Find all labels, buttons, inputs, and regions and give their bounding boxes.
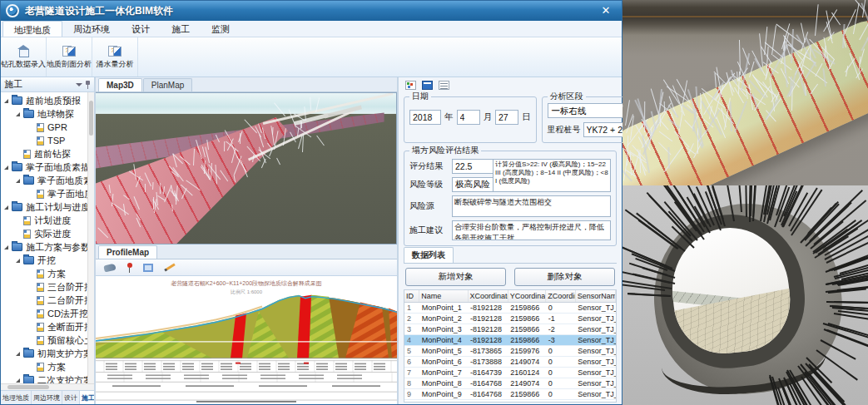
table-row[interactable]: 9 MonPoint_9 -8164768 2159866 0 Sensor_T… — [404, 389, 616, 400]
tree-item[interactable]: GPR — [1, 121, 94, 134]
expander-icon[interactable] — [16, 179, 20, 183]
tree-item[interactable]: TSP — [1, 134, 94, 147]
tree-item[interactable]: 超前钻探 — [1, 147, 94, 161]
tree-item[interactable]: 地球物探 — [1, 107, 94, 121]
menu-bar: 地理地质周边环境设计施工监测 — [1, 21, 622, 37]
rock-bolts-overlay — [622, 185, 868, 405]
tree-vertical-scrollbar[interactable] — [87, 92, 94, 383]
list-icon[interactable] — [439, 81, 449, 90]
main-area: 施工 超前地质预报 地球物探 — [1, 77, 622, 404]
tree-node-icon — [23, 349, 34, 358]
add-object-button[interactable]: 新增对象 — [405, 268, 506, 286]
cell-z: -2 — [546, 324, 575, 335]
column-header[interactable]: SensorName — [575, 290, 615, 303]
menu-item[interactable]: 监测 — [201, 21, 241, 37]
column-header[interactable]: ID — [404, 290, 419, 303]
tree-item[interactable]: 实际进度 — [1, 227, 94, 240]
advice-textarea[interactable]: 合理安排台阶数量，严格控制开挖进尺，降低各部开挖施工干扰 — [452, 220, 611, 240]
map-tab[interactable]: PlanMap — [143, 78, 192, 91]
cell-name: MonPoint_2 — [419, 314, 468, 324]
close-button[interactable]: ✕ — [595, 2, 617, 20]
tree-item-label: 初期支护方案与参 — [37, 348, 94, 360]
tree-item[interactable]: 施工方案与参数 — [1, 240, 94, 254]
bottom-tab[interactable]: 周边环境 — [32, 391, 62, 404]
rock-bolts-overlay — [96, 93, 396, 244]
bottom-tab[interactable]: 地理地质 — [1, 391, 32, 404]
tree-item[interactable]: 掌子面地质素描 — [1, 187, 94, 200]
pencil-icon[interactable] — [164, 264, 175, 272]
title-bar: 老营隧道设计施工一体化BIM软件 ✕ — [1, 1, 622, 21]
toolbar-button[interactable]: 地质剖面分析 — [47, 37, 92, 77]
table-row[interactable]: 3 MonPoint_3 -8192128 2159866 -2 Sensor_… — [404, 324, 616, 335]
menu-item[interactable]: 地理地质 — [2, 21, 62, 37]
delete-object-button[interactable]: 删除对象 — [514, 268, 615, 286]
cell-x: -8173888 — [468, 357, 508, 368]
brush-icon[interactable] — [103, 263, 116, 272]
table-row[interactable]: 8 MonPoint_8 -8164768 2149074 0 Sensor_T… — [404, 378, 616, 389]
expander-icon[interactable] — [4, 245, 8, 249]
expander-icon[interactable] — [4, 205, 8, 210]
auto-hide-pin-icon[interactable] — [85, 81, 91, 89]
tree-item[interactable]: 掌子面地质素描 — [1, 161, 94, 174]
table-row[interactable]: 5 MonPoint_5 -8173865 2159976 0 Sensor_T… — [404, 346, 616, 357]
expander-icon[interactable] — [16, 352, 20, 356]
column-header[interactable]: Name — [419, 290, 468, 303]
table-row[interactable]: 4 MonPoint_4 -8192128 2159866 -3 Sensor_… — [404, 335, 616, 346]
tree-horizontal-scrollbar[interactable] — [1, 383, 94, 390]
red-pin-icon[interactable] — [126, 263, 132, 273]
map3d-viewport[interactable] — [96, 92, 397, 244]
table-row[interactable]: 7 MonPoint_7 -8164739 2160124 0 Sensor_T… — [404, 368, 616, 378]
chevron-down-icon[interactable] — [76, 83, 82, 86]
tree-item[interactable]: 方案 — [1, 267, 94, 280]
menu-item[interactable]: 周边环境 — [62, 21, 121, 37]
tree-item[interactable]: 全断面开挖参数 — [1, 320, 94, 333]
export-image-icon[interactable] — [405, 81, 416, 90]
render-tunnel-longitudinal — [622, 0, 868, 185]
risk-source-textarea[interactable]: 断裂破碎带与隧道大范围相交 — [452, 195, 611, 217]
tree-item[interactable]: 超前地质预报 — [1, 94, 94, 107]
column-header[interactable]: YCoordinate — [508, 290, 546, 303]
table-row[interactable]: 2 MonPoint_2 -8192128 2159866 -1 Sensor_… — [404, 314, 616, 324]
tree-node-icon — [12, 163, 22, 171]
toolbar-button[interactable]: 钻孔数据录入 — [1, 37, 47, 77]
tree-item[interactable]: 预留核心土法开挖 — [1, 333, 94, 347]
expander-icon[interactable] — [4, 99, 8, 103]
table-row[interactable]: 1 MonPoint_1 -8192128 2159866 0 Sensor_T… — [404, 303, 616, 314]
embedded-window-icon[interactable] — [422, 81, 433, 90]
year-input[interactable] — [409, 110, 441, 125]
toolbar-button[interactable]: 涌水量分析 — [92, 37, 138, 77]
cell-y: 2159866 — [508, 324, 546, 335]
tree-item[interactable]: 三台阶开挖参数 — [1, 280, 94, 294]
month-input[interactable] — [457, 110, 480, 125]
cell-sensor: Sensor_TJ_3 — [575, 324, 615, 335]
tree-item[interactable]: 施工计划与进度 — [1, 200, 94, 214]
menu-item[interactable]: 设计 — [121, 21, 161, 37]
cell-id: 6 — [404, 357, 419, 368]
bottom-tab[interactable]: 设计 — [62, 391, 80, 404]
menu-item[interactable]: 施工 — [161, 21, 201, 37]
tree-item[interactable]: CD法开挖参数 — [1, 307, 94, 320]
tree-item-label: GPR — [47, 122, 67, 132]
expander-icon[interactable] — [4, 165, 8, 170]
bottom-tab[interactable]: 施工 — [80, 391, 94, 404]
tree-item[interactable]: 开挖 — [1, 254, 94, 267]
tree-item[interactable]: 掌子面地质素描 — [1, 174, 94, 187]
column-header[interactable]: XCoordinate — [468, 290, 508, 303]
tree-item[interactable]: 初期支护方案与参 — [1, 347, 94, 360]
tree-item[interactable]: 二台阶开挖参数 — [1, 294, 94, 307]
expander-icon[interactable] — [16, 112, 20, 116]
tree-item[interactable]: 方案 — [1, 360, 94, 373]
day-input[interactable] — [495, 110, 518, 125]
tree-item[interactable]: 计划进度 — [1, 214, 94, 227]
table-row[interactable]: 6 MonPoint_6 -8173888 2149074 0 Sensor_T… — [404, 357, 616, 368]
expander-icon[interactable] — [16, 259, 20, 263]
map-tab[interactable]: Map3D — [98, 78, 142, 91]
tree-item-label: TSP — [47, 136, 65, 146]
profile-tab[interactable]: ProfileMap — [98, 245, 157, 259]
tree-item[interactable]: 二次支护方案与参 — [1, 373, 94, 383]
rectangle-select-icon[interactable] — [143, 264, 153, 272]
expander-icon[interactable] — [16, 378, 20, 383]
data-list-tab[interactable]: 数据列表 — [404, 247, 454, 263]
column-header[interactable]: ZCoordinate — [546, 290, 575, 303]
tree-item-label: 掌子面地质素描 — [37, 175, 94, 187]
